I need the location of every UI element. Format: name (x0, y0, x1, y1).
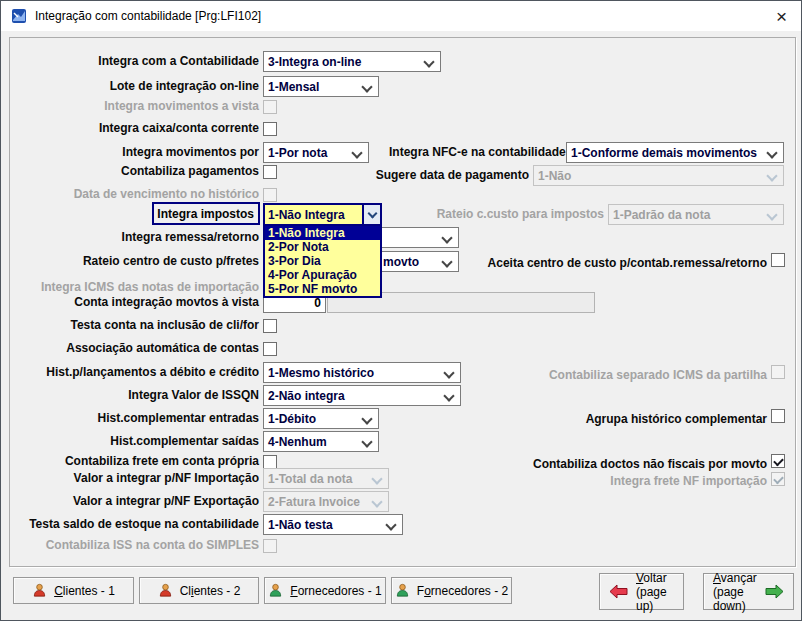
checkbox-contabiliza-doctos[interactable] (771, 454, 785, 468)
label-rateio-ccusto-impostos: Rateio c.custo para impostos (421, 207, 604, 221)
fornecedores-1-button[interactable]: Fornecedores - 1 (264, 577, 386, 604)
dropdown-lote-integracao[interactable]: 1-Mensal (263, 76, 379, 97)
label-aceita-ccusto-remessa: Aceita centro de custo p/contab.remessa/… (421, 256, 767, 270)
dropdown-hist-complementar-entradas[interactable]: 1-Débito (263, 408, 379, 429)
dropdown-sugere-data-pagamento: 1-Não (533, 165, 784, 186)
checkbox-agrupa-historico[interactable] (771, 409, 785, 423)
label-contabiliza-doctos: Contabiliza doctos não fiscais por movto (421, 457, 767, 471)
dropdown-integra-nfce[interactable]: 1-Conforme demais movimentos (566, 142, 784, 163)
dropdown-value: 1-Por nota (268, 146, 327, 160)
label-testa-conta-inclusao: Testa conta na inclusão de cli/for (19, 318, 259, 332)
chevron-down-icon (361, 436, 372, 447)
label-lote-integracao: Lote de integração on-line (19, 79, 259, 93)
label-valor-nf-exportacao: Valor a integrar p/NF Exportação (19, 494, 259, 508)
clientes-2-button[interactable]: Clientes - 2 (139, 577, 259, 604)
dropdown-integra-issqn[interactable]: 2-Não integra (263, 385, 461, 406)
dropdown-value: 2-Fatura Invoice (268, 495, 360, 509)
dropdown-integra-mov-por[interactable]: 1-Por nota (263, 142, 369, 163)
chevron-down-icon (385, 519, 396, 530)
person-red-icon (32, 583, 47, 598)
chevron-down-icon (361, 81, 372, 92)
person-green-icon (268, 583, 283, 598)
dropdown-button[interactable] (362, 205, 380, 224)
person-green-icon (395, 583, 410, 598)
label-rateio-ccusto-fretes: Rateio centro de custo p/fretes (19, 254, 259, 268)
label-part: rnecedores - 2 (431, 584, 508, 598)
checkbox-associacao-automatica[interactable] (263, 342, 277, 356)
dropdown-valor-nf-importacao: 1-Total da nota (263, 468, 389, 489)
dropdown-option[interactable]: 4-Por Apuração (265, 268, 380, 282)
label-line1: Voltar (636, 571, 674, 585)
dropdown-valor-nf-exportacao: 2-Fatura Invoice (263, 491, 389, 512)
app-icon (11, 8, 27, 24)
button-label: Voltar (page up) (636, 571, 674, 613)
label-integra-issqn: Integra Valor de ISSQN (19, 388, 259, 402)
checkbox-integra-caixa[interactable] (263, 122, 277, 136)
title-bar: Integração com contabilidade [Prg:LFI102… (1, 1, 801, 31)
label-contabiliza-frete: Contabiliza frete em conta própria (19, 454, 259, 468)
dropdown-hist-complementar-saidas[interactable]: 4-Nenhum (263, 431, 379, 452)
close-icon[interactable]: × (772, 7, 791, 26)
checkbox-integra-frete-nf (771, 472, 785, 486)
label-line2: (page up) (636, 585, 674, 613)
clientes-1-button[interactable]: Clientes - 1 (13, 577, 134, 604)
chevron-down-icon (371, 473, 382, 484)
label-contabiliza-separado-icms: Contabiliza separado ICMS da partilha (421, 368, 767, 382)
dropdown-value: 1-Mesmo histórico (268, 366, 374, 380)
label-mnemonic: A (713, 571, 721, 585)
label-conta-integracao-vista: Conta integração movtos à vista (19, 295, 259, 309)
dropdown-option[interactable]: 5-Por NF movto (265, 282, 380, 296)
checkbox-contabiliza-frete[interactable] (263, 455, 277, 469)
avancar-button[interactable]: Avançar (page down) (703, 573, 794, 610)
dropdown-value: 1-Débito (268, 412, 316, 426)
checkbox-data-vencimento-historico (263, 188, 277, 202)
label-part: Cl (180, 584, 191, 598)
dropdown-option[interactable]: 3-Por Dia (265, 254, 380, 268)
dropdown-value: 1-Não testa (268, 518, 333, 532)
checkbox-contabiliza-pagamentos[interactable] (263, 165, 277, 179)
button-label: Avançar (page down) (713, 571, 757, 613)
button-label: Clientes - 2 (180, 584, 241, 598)
dropdown-value: 1-Não Integra (268, 208, 345, 222)
dropdown-testa-saldo-estoque[interactable]: 1-Não testa (263, 514, 403, 535)
label-contabiliza-iss-simples: Contabiliza ISS na conta do SIMPLES (19, 538, 259, 552)
chevron-down-icon (766, 147, 777, 158)
dropdown-value: 1-Mensal (268, 80, 319, 94)
chevron-down-icon (361, 413, 372, 424)
label-mnemonic: C (54, 584, 63, 598)
dropdown-value: 1-Padrão da nota (613, 208, 710, 222)
dropdown-value: 4-Nenhum (268, 435, 327, 449)
dropdown-integra-impostos[interactable]: 1-Não Integra (263, 203, 382, 226)
chevron-down-icon (443, 390, 454, 401)
person-red-icon (158, 583, 173, 598)
chevron-down-icon (351, 147, 362, 158)
label-integra-icms-importacao: Integra ICMS das notas de importação (19, 280, 259, 294)
label-sugere-data-pagamento: Sugere data de pagamento (351, 168, 529, 182)
label-integra-mov-por: Integra movimentos por (19, 145, 259, 159)
chevron-down-icon (766, 209, 777, 220)
dropdown-integra-contabilidade[interactable]: 3-Integra on-line (263, 51, 441, 72)
window-title: Integração com contabilidade [Prg:LFI102… (35, 9, 261, 23)
label-line1: Avançar (713, 571, 757, 585)
label-hist-complementar-saidas: Hist.complementar saídas (19, 434, 259, 448)
dropdown-rateio-ccusto-impostos: 1-Padrão da nota (608, 204, 784, 225)
checkbox-testa-conta-inclusao[interactable] (263, 319, 277, 333)
label-integra-contabilidade: Integra com a Contabilidade (19, 54, 259, 68)
dropdown-option[interactable]: 2-Por Nota (265, 240, 380, 254)
fornecedores-2-button[interactable]: Fornecedores - 2 (391, 577, 512, 604)
label-integra-impostos: Integra impostos (152, 202, 260, 225)
chevron-down-icon (423, 56, 434, 67)
dropdown-option-selected[interactable]: 1-Não Integra (265, 226, 380, 240)
label-integra-frete-nf: Integra frete NF importação (421, 474, 767, 488)
label-line2: (page down) (713, 585, 757, 613)
checkbox-aceita-ccusto-remessa[interactable] (771, 253, 785, 267)
label-part: vançar (721, 571, 757, 585)
label-associacao-automatica: Associação automática de contas (19, 341, 259, 355)
label-valor-nf-importacao: Valor a integrar p/NF Importação (19, 471, 259, 485)
label-testa-saldo-estoque: Testa saldo de estoque na contabilidade (19, 517, 259, 531)
voltar-button[interactable]: Voltar (page up) (599, 573, 684, 610)
chevron-down-icon (766, 170, 777, 181)
label-integra-caixa: Integra caixa/conta corrente (19, 121, 259, 135)
label-agrupa-historico: Agrupa histórico complementar (421, 412, 767, 426)
label-hist-complementar-entradas: Hist.complementar entradas (19, 411, 259, 425)
